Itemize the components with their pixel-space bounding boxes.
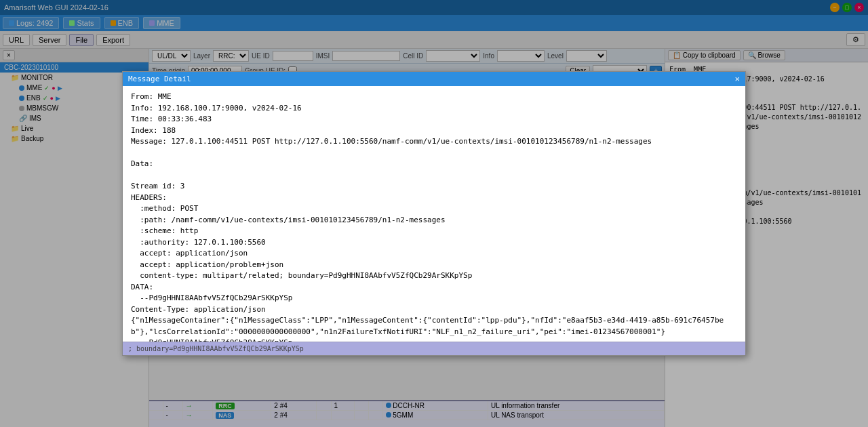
popup-window: Message Detail × From: MME Info: 192.168… bbox=[122, 71, 746, 356]
popup-content[interactable]: From: MME Info: 192.168.100.17:9000, v20… bbox=[123, 86, 745, 342]
popup-overlay[interactable]: Message Detail × From: MME Info: 192.168… bbox=[0, 0, 868, 427]
popup-footer-text: ; boundary=Pd9gHHNI8AAbfvV5ZfQCb29ArSKKp… bbox=[128, 345, 304, 352]
popup-footer: ; boundary=Pd9gHHNI8AAbfvV5ZfQCb29ArSKKp… bbox=[123, 342, 745, 355]
popup-header: Message Detail × bbox=[123, 72, 745, 86]
popup-title: Message Detail bbox=[128, 75, 191, 83]
popup-close-button[interactable]: × bbox=[734, 74, 740, 84]
